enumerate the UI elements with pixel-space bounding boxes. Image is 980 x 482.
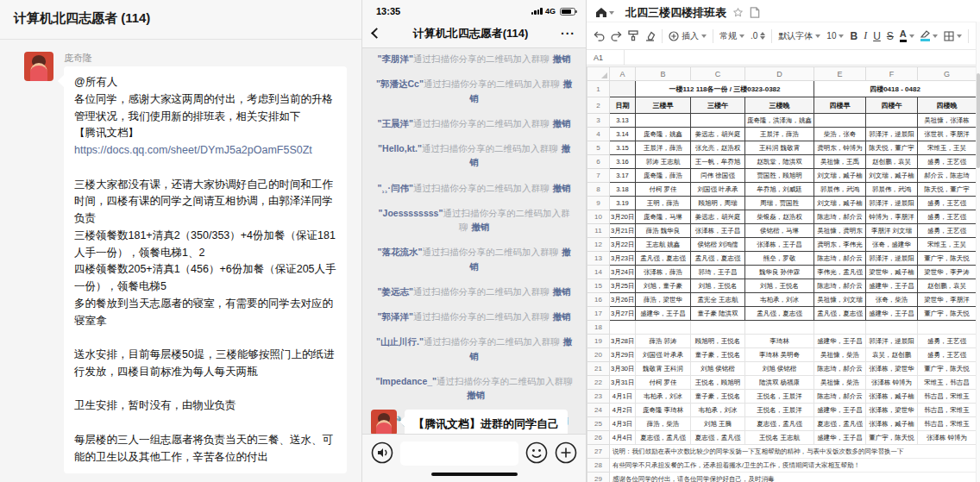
cell[interactable]: 郭泽洋，逯晨阳 bbox=[866, 335, 918, 348]
cell[interactable]: 郭泽洋，逯晨阳 bbox=[866, 128, 918, 141]
emoji-icon[interactable] bbox=[525, 441, 548, 464]
cell[interactable]: 王悦名 王志航 bbox=[745, 431, 814, 445]
cell[interactable]: 梁世华，李尹涛 bbox=[918, 266, 977, 279]
sender-avatar-small[interactable] bbox=[371, 410, 397, 435]
date-cell[interactable]: 3月27日 bbox=[610, 307, 636, 321]
cell[interactable]: 薛浩 郭涛 bbox=[636, 335, 691, 348]
back-icon[interactable] bbox=[371, 28, 382, 39]
date-cell[interactable]: 3月24日 bbox=[610, 266, 636, 279]
date-cell[interactable]: 3月30日 bbox=[610, 362, 636, 376]
date-cell[interactable]: 3月20日 bbox=[610, 210, 636, 224]
cell[interactable]: 王志航 姚鑫 bbox=[636, 238, 691, 252]
header-cell[interactable]: 三楼晚 bbox=[745, 97, 814, 114]
cell[interactable]: 张泽栋，臧子楠 bbox=[866, 417, 918, 431]
cell[interactable]: 王悦名，顾旭明 bbox=[691, 376, 745, 390]
cell[interactable]: 王晨洋，薛浩 bbox=[745, 128, 814, 141]
cell[interactable]: 周瑞，贾国胜 bbox=[745, 197, 814, 210]
cell[interactable]: 姜远志，胡兴庭 bbox=[691, 128, 745, 141]
cell[interactable]: 龚明东，钟博为 bbox=[814, 141, 866, 155]
row-number[interactable]: 2 bbox=[587, 97, 610, 114]
cell[interactable]: 梁世华，臧子楠 bbox=[866, 266, 918, 279]
cell[interactable] bbox=[814, 114, 866, 128]
cell[interactable]: 刘旭 侯铭楷 bbox=[691, 362, 745, 376]
cell[interactable]: 张泽栋 钟博为 bbox=[918, 431, 977, 445]
merged-header-right[interactable]: 四楼0418 - 0482 bbox=[814, 81, 977, 97]
cell[interactable]: 宋维玉，王昊 bbox=[918, 238, 977, 252]
cell[interactable]: 郭晨伟，武鸿 bbox=[866, 183, 918, 197]
row-number[interactable]: 3 bbox=[587, 114, 610, 128]
cell[interactable]: 李朋洋 刘文瑞 bbox=[866, 224, 918, 238]
date-cell[interactable]: 3月22日 bbox=[610, 238, 636, 252]
cell[interactable]: 赵创鹏，袁昊 bbox=[866, 155, 918, 169]
revoke-link[interactable]: 撤销 bbox=[552, 118, 570, 128]
row-number[interactable]: 23 bbox=[587, 390, 610, 404]
cell[interactable]: 董广宇，陈天悦 bbox=[918, 307, 977, 321]
row-number[interactable]: 17 bbox=[587, 307, 610, 321]
cell[interactable]: 李琦林 bbox=[745, 335, 814, 348]
cell[interactable]: 侯铭楷，马琳 bbox=[745, 224, 814, 238]
row-number[interactable]: 11 bbox=[587, 224, 610, 238]
cell[interactable]: 赵创鹏，袁昊 bbox=[918, 279, 977, 293]
column-header-a[interactable]: A bbox=[610, 67, 636, 81]
revoke-link[interactable]: 撤销 bbox=[552, 183, 570, 193]
cell[interactable]: 袁昊，赵创鹏 bbox=[866, 348, 918, 362]
decimal-stepper[interactable]: .0 bbox=[751, 31, 765, 41]
date-cell[interactable]: 3.14 bbox=[610, 128, 636, 141]
date-cell[interactable]: 3月29日 bbox=[610, 348, 636, 362]
row-number[interactable]: 13 bbox=[587, 252, 610, 266]
more-icon[interactable]: ··· bbox=[561, 27, 575, 41]
row-number[interactable]: 9 bbox=[587, 197, 610, 210]
cell[interactable]: 牟乔旭，刘威廷 bbox=[745, 183, 814, 197]
cell[interactable]: 盛勇，王艺强 bbox=[918, 224, 977, 238]
cell[interactable]: 宋维玉，韩吉昌 bbox=[918, 376, 977, 390]
row-number[interactable]: 25 bbox=[587, 417, 610, 431]
cell[interactable]: 韩吉昌，宋维玉 bbox=[918, 417, 977, 431]
cell[interactable]: 盛建华，王子昌 bbox=[814, 404, 866, 417]
cell[interactable]: 赵凯堂，陆洪双 bbox=[745, 155, 814, 169]
cell[interactable]: 刘旭 王腾 bbox=[691, 417, 745, 431]
cell[interactable]: 盛建华，王子昌 bbox=[866, 279, 918, 293]
cell[interactable]: 张世祺，李朋洋 bbox=[918, 128, 977, 141]
cell[interactable]: 王一帆，牟乔旭 bbox=[691, 155, 745, 169]
merged-header-left[interactable]: 一楼112 118各一份 / 三楼0323-0382 bbox=[636, 81, 814, 97]
row-number[interactable]: 27 bbox=[587, 445, 610, 459]
cell[interactable]: 孟凡强，夏志强 bbox=[814, 307, 866, 321]
cell[interactable]: 魏华良 孙仲霖 bbox=[745, 266, 814, 279]
row-number[interactable]: 7 bbox=[587, 169, 610, 183]
clear-format-icon[interactable] bbox=[644, 31, 656, 41]
cell[interactable]: 庞奇隆，薛浩 bbox=[636, 169, 691, 183]
cell[interactable]: 郭晨伟，武鸿 bbox=[814, 183, 866, 197]
cell[interactable]: 夏志强，孟凡强 bbox=[745, 417, 814, 431]
cell[interactable]: 庞奇隆，洪泽海，姚鑫 bbox=[745, 114, 814, 128]
cell[interactable]: 孟凡强，夏志强 bbox=[636, 252, 691, 266]
note-cell[interactable]: 感谢各位同学的付出，请各位同学保护好自己，及时消毒 bbox=[610, 473, 977, 482]
cell[interactable]: 张允亮，赵浩权 bbox=[691, 141, 745, 155]
cell[interactable]: 郭泽洋，逯晨阳 bbox=[866, 252, 918, 266]
cell[interactable]: 龚明东，李伟光 bbox=[814, 238, 866, 252]
underline-button[interactable]: U bbox=[873, 30, 881, 42]
cell[interactable]: 刘旭 侯铭楷 bbox=[745, 362, 814, 376]
row-number[interactable]: 16 bbox=[587, 293, 610, 307]
row-number[interactable]: 20 bbox=[587, 348, 610, 362]
header-cell[interactable]: 四楼晚 bbox=[918, 97, 977, 114]
cell[interactable]: 夏志强，孟凡强 bbox=[691, 431, 745, 445]
cell[interactable]: 庞奇隆，马琳 bbox=[636, 210, 691, 224]
row-number[interactable]: 24 bbox=[587, 404, 610, 417]
cell[interactable]: 王悦名，王晨洋 bbox=[745, 390, 814, 404]
cell[interactable]: 孟凡强，夏志强 bbox=[745, 307, 814, 321]
cell[interactable]: 郭琦，王子昌 bbox=[691, 266, 745, 279]
note-cell[interactable]: 有些同学不只承担发餐的工作，还承担着搬水/卫生的工作，疫情期间请大家相互帮助！ bbox=[610, 459, 977, 473]
cell[interactable]: 薛浩，柴浩 bbox=[636, 417, 691, 431]
cell[interactable]: 吴祖慷，刘文瑞 bbox=[814, 293, 866, 307]
cell[interactable] bbox=[866, 321, 918, 335]
date-cell[interactable]: 3.16 bbox=[610, 155, 636, 169]
cell[interactable]: 李琦林 吴明奇 bbox=[745, 348, 814, 362]
cell[interactable]: 吴祖慷，柴浩 bbox=[814, 348, 866, 362]
cell[interactable]: 陈志琦，郝介云 bbox=[814, 390, 866, 404]
date-cell[interactable]: 3.17 bbox=[610, 169, 636, 183]
cell[interactable]: 张泽栋，王子昌 bbox=[691, 224, 745, 238]
revoke-link[interactable]: 撤销 bbox=[552, 311, 570, 322]
cell[interactable]: 王晨洋，薛浩 bbox=[636, 141, 691, 155]
date-cell[interactable]: 4月3日 bbox=[610, 417, 636, 431]
cell[interactable]: 侯铭楷 刘鸿儒 bbox=[691, 238, 745, 252]
